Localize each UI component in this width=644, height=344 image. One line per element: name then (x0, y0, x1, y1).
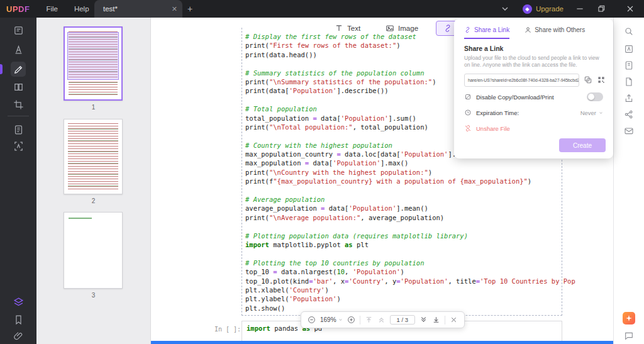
first-page-icon[interactable] (365, 316, 373, 324)
minimize-button[interactable] (575, 4, 585, 14)
copy-icon[interactable] (584, 75, 592, 84)
code-line: # Average population (245, 195, 575, 204)
code-line: top_10.plot(kind='bar', x='Country', y='… (245, 277, 575, 286)
cell-prompt: In [ ]: (214, 326, 241, 333)
share-description: Upload your file to the cloud to send pe… (464, 55, 603, 69)
chevron-down-icon (599, 111, 603, 115)
page-thumbnail-1[interactable] (64, 26, 123, 101)
code-line: print("\nAverage population:", average_p… (245, 213, 575, 222)
page-number-label: 3 (36, 292, 150, 299)
page-thumbnail-2[interactable] (64, 119, 123, 194)
annotate-icon[interactable] (11, 23, 26, 38)
share-link-row: hare/en-US?shareId=e2b6c08f-740d-4328-ba… (464, 74, 606, 87)
share-link-input[interactable]: hare/en-US?shareId=e2b6c08f-740d-4328-ba… (464, 74, 579, 87)
toolbar-divider (445, 316, 445, 325)
edit-icon[interactable] (11, 62, 26, 77)
ocr-text-icon[interactable] (623, 43, 635, 55)
thumbnail-selection-overlay (67, 32, 119, 80)
code-line: # Plotting population data (requires mat… (245, 231, 575, 240)
app-logo: UPDF (6, 4, 30, 14)
document-tab[interactable]: test* ✕ (94, 0, 182, 18)
code-line: # Plotting the top 10 countries by popul… (245, 258, 575, 267)
code-line: print(f"{max_population_country} with a … (245, 177, 575, 186)
mail-icon[interactable] (623, 125, 635, 137)
code-line: max_population = data['Population'].max(… (245, 158, 575, 167)
expiration-label: Expiration Time: (476, 109, 519, 116)
titlebar: UPDF File Help test* ✕ + ◆ Upgrade (0, 0, 644, 18)
zoom-in-icon[interactable] (347, 316, 355, 324)
comment-icon[interactable] (623, 330, 635, 342)
attachment-icon[interactable] (11, 328, 26, 343)
toggle-knob (588, 94, 594, 100)
previous-page-icon[interactable] (377, 316, 386, 324)
unshare-row: Unshare File (464, 123, 603, 134)
ai-assistant-icon[interactable] (11, 294, 26, 309)
link-icon (464, 26, 471, 33)
share-popup: Share a Link Share with Others Share a L… (454, 19, 613, 158)
crop-icon[interactable] (11, 97, 26, 112)
document-icon[interactable] (623, 75, 635, 88)
expiration-row: Expiration Time: Never (464, 108, 603, 118)
code-line (245, 222, 575, 231)
code-line: average_population = data['Population'].… (245, 204, 575, 213)
selected-element-bar (151, 341, 613, 344)
thumbnail-panel: 1 2 3 (36, 18, 151, 344)
zoom-out-icon[interactable] (308, 316, 316, 324)
right-toolbar (613, 18, 644, 344)
unshare-icon (464, 125, 472, 132)
text-button[interactable]: Text (327, 21, 368, 36)
close-icon[interactable] (450, 316, 458, 324)
code-line (245, 249, 575, 258)
form-icon[interactable] (11, 122, 26, 137)
text-icon (335, 24, 343, 33)
page-number-label: 1 (36, 104, 150, 111)
share-upload-icon[interactable] (623, 108, 635, 121)
reader-icon[interactable] (11, 79, 26, 94)
tab-share-others-label: Share with Others (535, 26, 585, 33)
disable-copy-label: Disable Copy/Download/Print (476, 94, 554, 101)
tab-share-link[interactable]: Share a Link (464, 26, 509, 39)
stamp-icon[interactable] (11, 42, 26, 57)
menu-help[interactable]: Help (74, 5, 89, 13)
toolbar-divider (360, 316, 360, 325)
app-window: UPDF File Help test* ✕ + ◆ Upgrade (0, 0, 644, 344)
ai-chat-icon[interactable] (623, 312, 635, 325)
zoom-value: 169% (320, 316, 336, 323)
export-icon[interactable] (623, 92, 635, 104)
image-button[interactable]: Image (378, 21, 426, 36)
active-tool-indicator (0, 64, 3, 74)
code-line: plt.ylabel('Population') (245, 294, 575, 303)
ocr-icon[interactable] (11, 138, 26, 153)
create-button[interactable]: Create (559, 138, 606, 152)
menu-file[interactable]: File (46, 5, 58, 13)
diamond-icon: ◆ (523, 4, 532, 14)
page-indicator[interactable]: 1 / 3 (390, 315, 416, 325)
unshare-label[interactable]: Unshare File (476, 125, 510, 132)
restore-button[interactable] (596, 4, 606, 14)
tab-share-others[interactable]: Share with Others (525, 26, 585, 39)
share-popup-tabs: Share a Link Share with Others (454, 19, 613, 39)
upgrade-button[interactable]: ◆ Upgrade (523, 4, 564, 14)
new-tab-button[interactable]: + (187, 4, 192, 14)
close-button[interactable] (625, 4, 635, 14)
tab-close-icon[interactable]: ✕ (172, 6, 177, 13)
expiration-dropdown[interactable]: Never (580, 109, 603, 116)
thumbnail-content (68, 123, 118, 190)
thumbnail-content (69, 218, 92, 219)
page-edit-icon[interactable] (623, 59, 635, 72)
page-thumbnail-3[interactable] (64, 212, 123, 289)
zoom-level-dropdown[interactable]: 169% (320, 316, 343, 323)
search-icon[interactable] (623, 25, 635, 38)
image-button-label: Image (398, 25, 418, 32)
text-button-label: Text (347, 25, 360, 32)
page-number-label: 2 (36, 197, 150, 204)
disable-copy-toggle[interactable] (587, 92, 603, 101)
bookmark-icon[interactable] (11, 312, 26, 327)
last-page-icon[interactable] (432, 316, 440, 324)
code-line: print("\nCountry with the highest popula… (245, 168, 575, 177)
next-page-icon[interactable] (419, 316, 428, 324)
qr-code-icon[interactable] (597, 75, 606, 84)
zoom-toolbar: 169% 1 / 3 (301, 311, 465, 328)
code-line (245, 186, 575, 195)
chevron-down-icon[interactable] (500, 4, 510, 14)
